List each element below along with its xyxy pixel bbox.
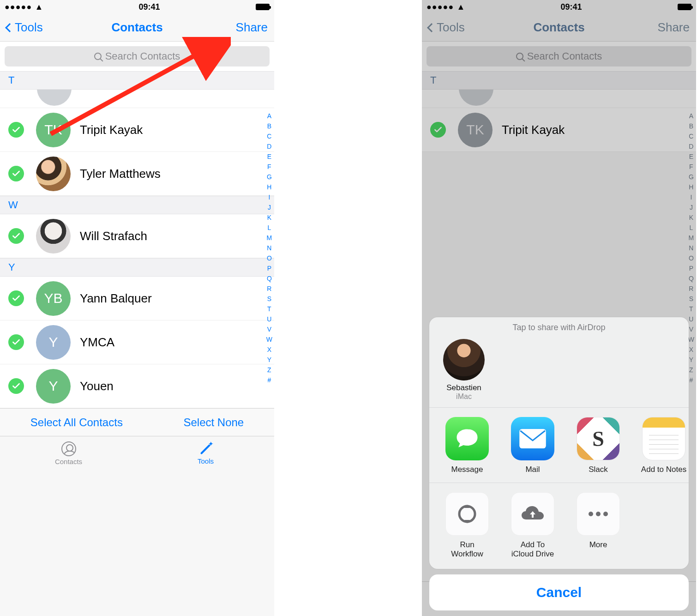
contact-row[interactable]: Will Strafach [0, 214, 274, 258]
select-all-button[interactable]: Select All Contacts [30, 416, 123, 429]
contact-row[interactable]: Y Youen [0, 364, 274, 408]
signal-dots-icon: ●●●●● [5, 2, 32, 12]
alphabet-index[interactable]: ABCDEFGHIJKLMNOPQRSTUVWXYZ# [266, 111, 272, 385]
checkmark-icon[interactable] [8, 122, 24, 138]
selection-toolbar: Select All Contacts Select None [0, 408, 274, 436]
phone-screen-right: ●●●●●▲ 09:41 Tools Contacts Share Search… [422, 0, 696, 616]
status-bar: ●●●●●▲ 09:41 [0, 0, 274, 14]
avatar [36, 157, 71, 191]
airdrop-device: iMac [439, 393, 489, 401]
contact-row[interactable]: Y YMCA [0, 320, 274, 364]
search-icon [94, 53, 102, 60]
search-input[interactable]: Search Contacts [5, 46, 270, 66]
back-button[interactable]: Tools [6, 20, 43, 35]
avatar: TK [36, 113, 71, 147]
contact-name: Will Strafach [80, 229, 147, 243]
action-run-workflow[interactable]: RunWorkflow [438, 492, 497, 559]
share-app-message[interactable]: Message [438, 417, 497, 474]
phone-screen-left: ●●●●●▲ 09:41 Tools Contacts Share Search… [0, 0, 274, 616]
contact-row[interactable]: Tyler Matthews [0, 152, 274, 196]
contact-row-partial [0, 90, 274, 108]
svg-rect-1 [519, 429, 546, 448]
tab-contacts[interactable]: Contacts [0, 436, 137, 471]
nav-bar: Tools Contacts Share [0, 14, 274, 42]
status-time: 09:41 [139, 2, 160, 12]
search-placeholder: Search Contacts [105, 50, 180, 62]
action-more[interactable]: More [569, 492, 628, 559]
section-header-T: T [0, 71, 274, 90]
notes-icon [642, 417, 685, 460]
checkmark-icon[interactable] [8, 228, 24, 244]
avatar [36, 219, 71, 254]
airdrop-avatar [443, 339, 485, 380]
contact-name: YMCA [80, 335, 114, 350]
contact-row[interactable]: TK Tripit Kayak [0, 108, 274, 152]
share-actions-row: RunWorkflow Add ToiCloud Drive More [429, 483, 689, 569]
section-header-Y: Y [0, 258, 274, 277]
battery-icon [256, 4, 270, 10]
section-header-W: W [0, 196, 274, 214]
checkmark-icon[interactable] [8, 378, 24, 394]
action-icloud-drive[interactable]: Add ToiCloud Drive [503, 492, 562, 559]
share-sheet: Tap to share with AirDrop Sebastien iMac… [429, 317, 689, 610]
airdrop-row: Sebastien iMac [429, 335, 689, 408]
checkmark-icon[interactable] [8, 290, 24, 306]
share-apps-row: Message Mail S Slack Add to Notes InDJ [429, 408, 689, 483]
mail-icon [511, 417, 554, 460]
workflow-icon [445, 492, 489, 536]
checkmark-icon[interactable] [8, 166, 24, 181]
cancel-button[interactable]: Cancel [429, 574, 689, 610]
contact-name: Tyler Matthews [80, 167, 161, 181]
slack-icon: S [577, 417, 620, 460]
share-app-notes[interactable]: Add to Notes [634, 417, 689, 474]
select-none-button[interactable]: Select None [183, 416, 244, 429]
more-icon [577, 492, 620, 536]
contact-name: Youen [80, 379, 114, 393]
share-app-mail[interactable]: Mail [503, 417, 562, 474]
avatar: Y [36, 325, 71, 360]
chevron-left-icon [5, 23, 14, 32]
tab-tools[interactable]: Tools [137, 436, 274, 471]
contacts-icon [61, 441, 76, 456]
checkmark-icon[interactable] [8, 334, 24, 350]
avatar: Y [36, 369, 71, 404]
contact-name: Yann Balquer [80, 291, 152, 306]
share-app-slack[interactable]: S Slack [569, 417, 628, 474]
avatar: YB [36, 281, 71, 316]
share-sheet-header: Tap to share with AirDrop [429, 317, 689, 335]
contact-row[interactable]: YB Yann Balquer [0, 277, 274, 320]
wand-icon [199, 442, 213, 456]
airdrop-target[interactable]: Sebastien iMac [439, 339, 489, 401]
cloud-upload-icon [511, 492, 554, 536]
message-icon [445, 417, 489, 460]
wifi-icon: ▲ [35, 2, 43, 12]
share-button[interactable]: Share [236, 20, 268, 35]
svg-point-2 [459, 506, 475, 522]
tab-bar: Contacts Tools [0, 436, 274, 471]
airdrop-name: Sebastien [439, 383, 489, 393]
contact-name: Tripit Kayak [80, 123, 143, 137]
